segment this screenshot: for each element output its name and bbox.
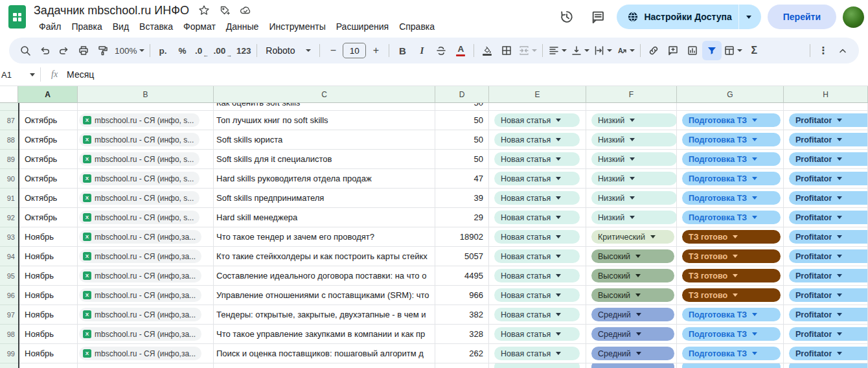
menu-item-3[interactable]: Вставка — [134, 20, 178, 33]
star-icon[interactable] — [198, 5, 210, 16]
cell-month[interactable]: Ноябрь — [18, 305, 78, 325]
cell-topic[interactable]: Тендеры: открытые, закрытые, двухэтапные… — [214, 305, 435, 325]
cell-source[interactable]: mbschool.ru - СЯ (инфо, s... — [78, 130, 214, 150]
type-dropdown[interactable]: Новая статья — [494, 152, 580, 166]
cell-month[interactable]: Октябрь — [18, 208, 78, 227]
cell-source[interactable]: mbschool.ru - СЯ (инфо,за... — [78, 247, 214, 266]
sheets-logo[interactable] — [8, 5, 26, 29]
cell[interactable] — [18, 363, 78, 368]
text-wrap-button[interactable] — [591, 41, 614, 60]
cell-topic[interactable]: Что такое управление закупками в компани… — [214, 325, 435, 344]
sheet-link-chip[interactable]: mbschool.ru - СЯ (инфо,за... — [79, 249, 201, 263]
number-format-button[interactable]: 123 — [234, 41, 253, 60]
cell-topic[interactable]: Что такое тендер и зачем его проводят? — [214, 227, 435, 247]
row-header[interactable]: 97 — [0, 305, 18, 325]
cell-topic[interactable]: Поиск и оценка поставщиков: пошаговый ал… — [214, 344, 435, 363]
cell-author[interactable]: Profitator — [784, 169, 868, 189]
column-header-A[interactable]: A — [18, 86, 78, 103]
document-title[interactable]: Задачник mbschool.ru ИНФО — [34, 4, 189, 17]
cell-month[interactable]: Ноябрь — [18, 227, 78, 247]
cell-source[interactable]: mbschool.ru - СЯ (инфо, s... — [78, 208, 214, 227]
author-dropdown[interactable]: Profitator — [789, 347, 868, 360]
cell-type[interactable]: Новая статья — [489, 169, 586, 189]
format-percent-button[interactable]: % — [173, 41, 192, 60]
cell-volume[interactable]: 50 — [435, 150, 489, 169]
redo-icon[interactable] — [54, 41, 74, 60]
menu-item-8[interactable]: Справка — [394, 20, 440, 33]
sheet-link-chip[interactable]: mbschool.ru - СЯ (инфо,за... — [79, 308, 201, 321]
cell-priority[interactable]: Низкий — [586, 208, 677, 227]
cell-volume[interactable]: 5057 — [435, 247, 489, 266]
cell-topic[interactable]: Hard skill менеджера — [214, 208, 435, 227]
priority-dropdown[interactable]: Низкий — [591, 133, 677, 146]
cell-status[interactable]: Подготовка ТЗ — [677, 169, 784, 189]
cell[interactable] — [784, 103, 868, 111]
row-header[interactable]: 91 — [0, 189, 18, 208]
priority-dropdown[interactable]: Низкий — [591, 152, 677, 166]
type-dropdown[interactable]: Новая статья — [494, 269, 580, 282]
formula-input[interactable]: Месяц — [67, 69, 94, 80]
font-size-input[interactable]: 10 — [343, 43, 366, 58]
horizontal-align-button[interactable] — [546, 41, 569, 60]
cell-status[interactable] — [677, 363, 784, 368]
priority-dropdown[interactable] — [591, 363, 674, 368]
cell-topic[interactable]: Soft skills юриста — [214, 130, 435, 150]
undo-icon[interactable] — [35, 41, 54, 60]
type-dropdown[interactable]: Новая статья — [494, 288, 580, 302]
cell-status[interactable]: Подготовка ТЗ — [677, 208, 784, 227]
cell-volume[interactable]: 29 — [435, 208, 489, 227]
type-dropdown[interactable]: Новая статья — [494, 308, 580, 321]
sheet-link-chip[interactable]: mbschool.ru - СЯ (инфо, s... — [79, 211, 200, 224]
sheet-link-chip[interactable]: mbschool.ru - СЯ (инфо, s... — [79, 152, 200, 166]
cell-volume[interactable]: 18902 — [435, 227, 489, 247]
filter-views-button[interactable] — [722, 41, 744, 60]
author-dropdown[interactable]: Profitator — [789, 211, 868, 224]
priority-dropdown[interactable]: Высокий — [591, 269, 674, 282]
cell-priority[interactable]: Высокий — [586, 286, 677, 305]
cell-priority[interactable]: Низкий — [586, 130, 677, 150]
status-dropdown[interactable]: Подготовка ТЗ — [682, 327, 781, 341]
cell-source[interactable]: mbschool.ru - СЯ (инфо, s... — [78, 169, 214, 189]
text-color-button[interactable]: A — [451, 41, 470, 60]
cell-topic[interactable]: Составление идеального договора поставки… — [214, 266, 435, 286]
cell-volume[interactable]: 262 — [435, 344, 489, 363]
cell-type[interactable]: Новая статья — [489, 208, 586, 227]
cell-author[interactable]: Profitator — [784, 189, 868, 208]
version-history-icon[interactable] — [554, 5, 579, 29]
status-dropdown[interactable]: Подготовка ТЗ — [682, 308, 781, 321]
cell-priority[interactable]: Высокий — [586, 247, 677, 266]
select-all-corner[interactable] — [0, 86, 18, 103]
cell-month[interactable]: Октябрь — [18, 169, 78, 189]
sheet-link-chip[interactable]: mbschool.ru - СЯ (инфо, s... — [79, 191, 200, 205]
menu-item-0[interactable]: Файл — [34, 20, 66, 33]
cell-priority[interactable]: Средний — [586, 305, 677, 325]
functions-button[interactable]: Σ — [744, 41, 764, 60]
cell[interactable] — [78, 363, 214, 368]
cell-priority[interactable]: Высокий — [586, 266, 677, 286]
vertical-align-button[interactable] — [569, 41, 591, 60]
text-rotation-button[interactable]: A — [614, 41, 637, 60]
row-header[interactable]: 90 — [0, 169, 18, 189]
cell-type[interactable]: Новая статья — [489, 189, 586, 208]
author-dropdown[interactable] — [789, 363, 868, 368]
share-button[interactable]: Настройки Доступа — [617, 5, 760, 29]
cell-status[interactable]: Подготовка ТЗ — [677, 325, 784, 344]
comments-icon[interactable] — [586, 5, 610, 29]
cell-source[interactable]: mbschool.ru - СЯ (инфо, s... — [78, 111, 214, 130]
cell-source[interactable]: mbschool.ru - СЯ (инфо,за... — [78, 344, 214, 363]
author-dropdown[interactable]: Profitator — [789, 308, 868, 321]
avatar[interactable] — [843, 6, 864, 28]
share-dropdown-caret[interactable] — [739, 16, 759, 19]
row-header[interactable]: 89 — [0, 150, 18, 169]
priority-dropdown[interactable]: Средний — [591, 327, 674, 341]
row-header[interactable]: 92 — [0, 208, 18, 227]
type-dropdown[interactable]: Новая статья — [494, 113, 580, 127]
menu-item-1[interactable]: Правка — [66, 20, 107, 33]
cell-author[interactable]: Profitator — [784, 286, 868, 305]
type-dropdown[interactable]: Новая статья — [494, 211, 580, 224]
cell-author[interactable]: Profitator — [784, 305, 868, 325]
row-header[interactable]: 99 — [0, 344, 18, 363]
cell[interactable] — [489, 103, 586, 111]
cell-priority[interactable] — [586, 363, 677, 368]
bold-button[interactable]: B — [393, 41, 412, 60]
